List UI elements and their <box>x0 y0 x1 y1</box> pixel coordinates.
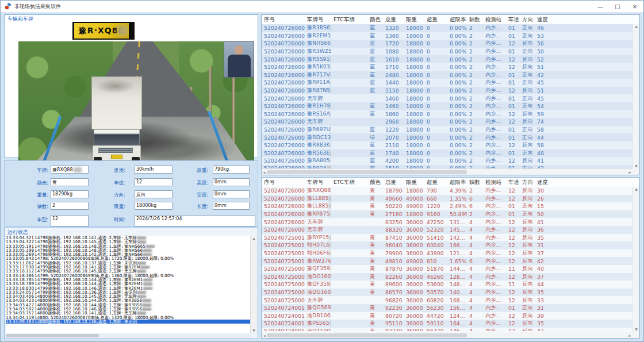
table-row[interactable]: 520240726000854豫R563E蓝17401800000.00%2内乡… <box>262 149 632 157</box>
log-entry[interactable]: 13:33:18.83014799摄像机: 192.168.10.146,通道:… <box>6 286 251 290</box>
scroll-up-arrow[interactable]: ▲ <box>251 236 257 241</box>
col-header-limit-weight[interactable]: 限重 <box>404 16 424 24</box>
table-hscrollbar[interactable]: ◄► <box>262 332 632 338</box>
hscroll-thumb[interactable] <box>267 333 467 337</box>
scroll-right-arrow[interactable]: ► <box>628 170 631 174</box>
log-entry[interactable]: 13:34:03.40614800摄像机: 192.168.10.145,通道:… <box>6 294 251 298</box>
field-颜色[interactable]: 黄 <box>51 178 89 186</box>
log-entry[interactable]: 13:33:17.53814799摄像机: 192.168.10.141,通道:… <box>6 265 251 269</box>
col-header-over-rate[interactable]: 超限率 <box>447 179 467 186</box>
col-header-axles[interactable]: 轴数 <box>467 179 483 186</box>
log-entry[interactable]: 13:33:18.78914799摄像机: 192.168.10.144,通道:… <box>6 282 251 286</box>
field-超重[interactable]: 790kg <box>213 166 250 174</box>
col-header-over-weight[interactable]: 超重 <box>424 16 447 24</box>
log-entry[interactable]: 13:34:03.75714800摄像机: 192.168.10.141,通道:… <box>6 311 251 315</box>
log-entry[interactable]: 13:33:18.38614799: 520240726000869车辆,总重:… <box>6 274 251 278</box>
scroll-down-arrow[interactable]: ▼ <box>635 164 638 168</box>
table-row[interactable]: 520240726000014无车牌883203600052320145...4… <box>262 226 632 234</box>
table-row[interactable]: 520240726000866豫R5S91蓝16101800000.00%2内乡… <box>262 55 632 63</box>
table-row[interactable]: 520240724001503豫PS565黄951103600059110164… <box>262 320 632 328</box>
col-header-direction[interactable]: 方向 <box>520 179 535 186</box>
col-header-plate[interactable]: 车牌号 <box>305 16 331 24</box>
field-车牌[interactable]: 豫RXQ88 <box>51 166 89 174</box>
col-header-axles[interactable]: 轴数 <box>467 16 483 24</box>
log-entry[interactable]: 13:33:05.19814798摄像机: 192.168.10.148,通道:… <box>6 248 251 252</box>
log-entry[interactable]: 13:33:18.78514799摄像机: 192.168.10.144,通道:… <box>6 278 251 282</box>
table-row[interactable]: 520240726000859豫RS16A蓝18601800000.00%2内乡… <box>262 110 632 118</box>
field-高度[interactable]: 0mm <box>213 178 250 186</box>
hscroll-thumb[interactable] <box>267 170 467 174</box>
col-header-station[interactable]: 检测站 <box>483 179 506 186</box>
col-header-seq[interactable]: 序号 <box>262 16 305 24</box>
table-row[interactable]: 520240726000869豫R2EM1蓝13601800000.00%2内乡… <box>262 32 632 40</box>
log-entry[interactable]: 13:34:03.50214800摄像机: 192.168.10.146,通道:… <box>6 307 251 311</box>
col-header-color[interactable]: 颜色 <box>367 16 383 24</box>
table-row[interactable]: 520240724001671豫QG569黄922303600056230156… <box>262 304 632 312</box>
field-轴数[interactable]: 2 <box>51 202 89 210</box>
table-row[interactable]: 520240725000008无车牌968203600060820168...4… <box>262 296 632 304</box>
maximize-button[interactable]: □ <box>609 1 626 12</box>
table-vscrollbar[interactable]: ▲▼ <box>632 187 639 332</box>
table-row[interactable]: 520240726000865豫R5K03蓝17101800000.00%2内乡… <box>262 63 632 71</box>
log-entry[interactable]: 13:33:05.84314798: 520240726000868车辆,总重:… <box>6 256 251 260</box>
col-header-etc-plate[interactable]: ETC车牌 <box>331 16 367 24</box>
table-row[interactable]: 520240725001455鄂H06F6黄799003600043900121… <box>262 249 632 258</box>
table-row[interactable]: 520240726000861无车牌14601800000.00%2内乡...0… <box>262 94 632 102</box>
col-header-gross-weight[interactable]: 总重 <box>383 179 404 186</box>
table-row[interactable]: 520240726000853豫RA805蓝42001800000.00%2内乡… <box>262 157 632 165</box>
table-row[interactable]: 520240726000855豫R883K蓝21101800000.00%2内乡… <box>262 141 632 149</box>
field-时间[interactable]: 2024/7/26 12:57:04 <box>135 215 255 226</box>
col-header-lane[interactable]: 车道 <box>506 16 520 24</box>
table-row[interactable]: 520240726000870豫R3BS6蓝13201800000.00%2内乡… <box>262 24 632 32</box>
log-entry[interactable]: 13:33:18.11214799摄像机: 192.168.10.145,通道:… <box>6 269 251 273</box>
table-row[interactable]: 520240725000034豫QF359黄878703600051870144… <box>262 265 632 273</box>
scroll-right-arrow[interactable]: ► <box>628 333 631 337</box>
log-entry[interactable]: 13:33:11.06214798摄像机: 192.168.10.137,通道:… <box>6 261 251 265</box>
col-header-lane[interactable]: 车道 <box>506 179 520 186</box>
col-header-plate[interactable]: 车牌号 <box>305 179 331 186</box>
table-row[interactable]: 520240725001631鄂H07L6黄960403600060040166… <box>262 241 632 249</box>
table-row[interactable]: 520240726000860豫R1H78蓝14601800000.00%2内乡… <box>262 102 632 110</box>
table-row[interactable]: 520240725000011渝DG160黄865703600050570140… <box>262 289 632 297</box>
scroll-left-arrow[interactable]: ◄ <box>263 333 266 337</box>
log-entry[interactable]: 13:33:24.05714799摄像机: 192.168.10.136,通道:… <box>6 290 251 294</box>
field-长度[interactable]: 0mm <box>213 202 250 210</box>
log-entry[interactable]: 13:33:04.32114798摄像机: 192.168.10.141,通道:… <box>6 236 251 240</box>
field-重量[interactable]: 18790kg <box>51 190 89 198</box>
log-entry[interactable]: 13:33:04.32214798摄像机: 192.168.10.145,通道:… <box>6 240 251 244</box>
table-row[interactable]: 520240726000858无车牌29601800000.00%2内乡...1… <box>262 118 632 126</box>
table-row[interactable]: 520240726000348豫LL885黄49660490006601.35%… <box>262 195 632 203</box>
table-row[interactable]: 520240725000014豫QF359黄896003600053600148… <box>262 280 632 289</box>
table-hscrollbar[interactable]: ◄► <box>262 168 632 175</box>
col-header-direction[interactable]: 方向 <box>520 16 535 24</box>
table-row[interactable]: 520240726000857豫R697U蓝12201800000.00%2内乡… <box>262 126 632 134</box>
field-限重[interactable]: 18000kg <box>135 202 172 210</box>
log-entry[interactable]: 13:34:09.38314800摄像机: 192.168.10.136,通道:… <box>6 320 251 324</box>
col-header-seq[interactable]: 序号 <box>262 179 305 186</box>
table-vscrollbar[interactable]: ▲▼ <box>632 24 639 168</box>
table-row[interactable]: 520240726000864豫R717V蓝24801800000.00%2内乡… <box>262 71 632 79</box>
scroll-left-arrow[interactable]: ◄ <box>263 170 266 174</box>
minimize-button[interactable]: — <box>592 1 609 12</box>
table-row[interactable]: 520240726000867豫R3WZ5蓝10801800000.00%2内乡… <box>262 48 632 56</box>
table-row[interactable]: 520240725001675豫RYP15黄874103600051410142… <box>262 234 632 242</box>
scroll-down-arrow[interactable]: ▼ <box>251 328 257 333</box>
table-row[interactable]: 520240724001460渝D1100黄927703600056770146… <box>262 328 632 331</box>
table-row[interactable]: 520240725001232豫RW376黄49810490008101.65%… <box>262 257 632 265</box>
field-车道[interactable]: 12 <box>135 178 172 186</box>
col-header-limit-weight[interactable]: 限重 <box>404 179 424 186</box>
log-entry[interactable]: 13:33:05.26914798摄像机: 192.168.10.142,通道:… <box>6 252 251 256</box>
log-entry[interactable]: 13:34:03.42714800摄像机: 192.168.10.144,通道:… <box>6 303 251 307</box>
scroll-up-arrow[interactable]: ▲ <box>635 24 638 29</box>
table-row[interactable]: 520240725000032渝DG160黄822603600046260128… <box>262 273 632 281</box>
col-header-gross-weight[interactable]: 总重 <box>383 16 404 24</box>
scroll-up-arrow[interactable]: ▲ <box>635 187 638 191</box>
col-header-etc-plate[interactable]: ETC车牌 <box>331 179 367 186</box>
log-entry[interactable]: 13:34:03.42314800摄像机: 192.168.10.144,通道:… <box>6 298 251 302</box>
table-row[interactable]: 520240724001579渝DB106黄807203600044720124… <box>262 312 632 320</box>
field-方向[interactable]: 反向 <box>135 190 172 198</box>
log-vscrollbar[interactable]: ▲ ▼ <box>250 236 257 333</box>
field-宽度[interactable]: 0mm <box>213 190 250 198</box>
table-row[interactable]: 520240726000863豫RP11A蓝14401800000.00%2内乡… <box>262 79 632 87</box>
table-row[interactable]: 520240726000807豫RXQ88黄18790180007904.39%… <box>262 187 632 195</box>
